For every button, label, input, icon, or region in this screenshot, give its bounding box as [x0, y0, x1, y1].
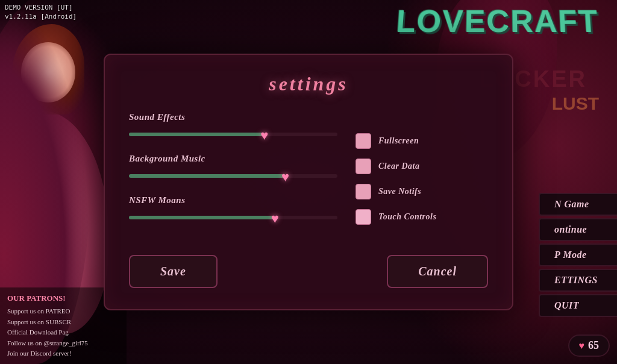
clear-data-label: Clear Data	[378, 162, 419, 171]
save-notifs-label: Save Notifs	[378, 187, 421, 196]
sound-effects-fill	[129, 133, 265, 136]
sliders-section: Sound Effects ♥ Background Music	[129, 112, 337, 237]
touch-controls-checkbox[interactable]	[355, 209, 371, 225]
nsfw-moans-fill	[129, 216, 275, 219]
sound-effects-handle[interactable]: ♥	[260, 128, 268, 143]
touch-controls-checkbox-row[interactable]: Touch Controls	[355, 209, 488, 225]
nsfw-moans-track	[129, 216, 337, 219]
fullscreen-label: Fullscreen	[378, 136, 419, 146]
sound-effects-label: Sound Effects	[129, 112, 337, 122]
sound-effects-slider-container[interactable]: ♥	[129, 127, 337, 142]
settings-title: SeTTiNgS	[129, 73, 488, 95]
checkboxes-section: Fullscreen Clear Data Save Notifs Touch …	[355, 112, 488, 237]
background-music-fill	[129, 174, 286, 178]
nsfw-moans-group: NSFW Moans ♥	[129, 195, 337, 225]
nsfw-moans-handle[interactable]: ♥	[271, 211, 279, 227]
settings-dialog: SeTTiNgS Sound Effects ♥ Background M	[104, 54, 513, 310]
background-music-group: Background Music ♥	[129, 154, 337, 183]
fullscreen-checkbox-row[interactable]: Fullscreen	[355, 133, 488, 149]
background-music-handle[interactable]: ♥	[281, 169, 289, 185]
background-music-slider-container[interactable]: ♥	[129, 169, 337, 183]
save-notifs-checkbox[interactable]	[355, 184, 371, 199]
nsfw-moans-label: NSFW Moans	[129, 195, 337, 206]
nsfw-moans-slider-container[interactable]: ♥	[129, 210, 337, 225]
sound-effects-group: Sound Effects ♥	[129, 112, 337, 142]
background-music-track	[129, 174, 337, 178]
cancel-button[interactable]: Cancel	[387, 255, 488, 288]
settings-body: Sound Effects ♥ Background Music	[129, 112, 488, 237]
modal-overlay: SeTTiNgS Sound Effects ♥ Background M	[0, 0, 617, 364]
clear-data-checkbox-row[interactable]: Clear Data	[355, 158, 488, 174]
sound-effects-track	[129, 133, 337, 136]
modal-buttons: Save Cancel	[129, 255, 488, 288]
background-music-label: Background Music	[129, 154, 337, 164]
clear-data-checkbox[interactable]	[355, 158, 371, 174]
touch-controls-label: Touch Controls	[378, 212, 436, 222]
save-notifs-checkbox-row[interactable]: Save Notifs	[355, 184, 488, 199]
fullscreen-checkbox[interactable]	[355, 133, 371, 149]
save-button[interactable]: Save	[129, 255, 218, 288]
